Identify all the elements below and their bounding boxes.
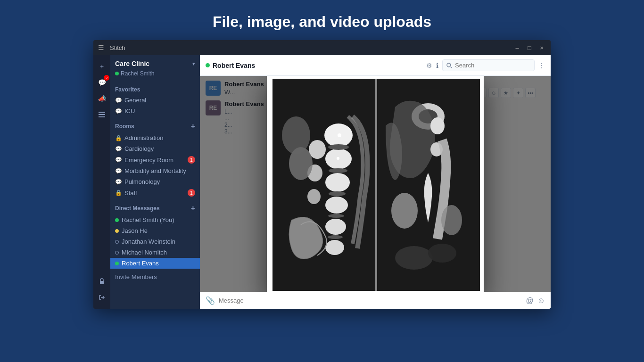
sidebar-item-pulmonology[interactable]: 💬 Pulmonology bbox=[110, 176, 200, 187]
image-overlay[interactable] bbox=[200, 76, 551, 292]
icu-channel-icon: 💬 bbox=[115, 108, 122, 115]
favorites-section[interactable]: Favorites bbox=[110, 81, 200, 95]
sidebar-item-administration[interactable]: 🔒 Administration bbox=[110, 132, 200, 143]
user-online-dot bbox=[115, 72, 119, 75]
dm-section[interactable]: Direct Messages + bbox=[110, 198, 200, 214]
messages-button[interactable]: 💬 bbox=[95, 76, 108, 89]
svg-point-32 bbox=[395, 246, 433, 270]
staff-label: Staff bbox=[124, 189, 185, 197]
svg-point-23 bbox=[338, 133, 341, 137]
sidebar-item-general[interactable]: 💬 General bbox=[110, 95, 200, 106]
chat-header-actions: ⚙ ℹ ⋮ bbox=[426, 59, 545, 71]
image-modal bbox=[267, 76, 484, 292]
maximize-button[interactable]: □ bbox=[525, 43, 534, 52]
emoji-icon[interactable]: ☺ bbox=[537, 296, 545, 305]
workspace-user: Rachel Smith bbox=[110, 70, 200, 81]
sidebar-item-icu[interactable]: 💬 ICU bbox=[110, 106, 200, 116]
icon-bar: + 💬 📣 bbox=[93, 55, 110, 309]
window-controls: – □ × bbox=[513, 43, 546, 52]
svg-point-11 bbox=[325, 219, 346, 235]
app-window: ☰ Stitch – □ × + 💬 📣 bbox=[93, 40, 551, 309]
svg-point-22 bbox=[282, 116, 310, 154]
svg-point-17 bbox=[328, 235, 343, 239]
dm-rachel[interactable]: Rachel Smith (You) bbox=[110, 214, 200, 225]
svg-point-24 bbox=[337, 157, 339, 160]
mention-icon[interactable]: @ bbox=[526, 296, 533, 305]
emergency-room-badge: 1 bbox=[188, 156, 195, 164]
rachel-status-dot bbox=[115, 218, 119, 222]
add-dm-button[interactable]: + bbox=[191, 204, 195, 213]
dm-jason-label: Jason He bbox=[122, 227, 148, 234]
svg-point-16 bbox=[328, 214, 344, 218]
more-options-icon[interactable]: ⋮ bbox=[538, 62, 545, 69]
hamburger-menu-icon[interactable]: ☰ bbox=[98, 44, 104, 51]
invite-members-button[interactable]: Invite Members bbox=[110, 269, 200, 286]
add-button[interactable]: + bbox=[95, 60, 108, 73]
workspace-header[interactable]: Care Clinic ▾ bbox=[110, 55, 200, 70]
svg-point-12 bbox=[325, 240, 344, 255]
staff-lock-icon: 🔒 bbox=[115, 189, 122, 196]
main-layout: + 💬 📣 bbox=[93, 55, 551, 309]
sidebar-item-staff[interactable]: 🔒 Staff 1 bbox=[110, 187, 200, 198]
add-room-button[interactable]: + bbox=[191, 122, 195, 131]
svg-point-13 bbox=[328, 144, 349, 150]
contact-online-indicator bbox=[206, 63, 210, 67]
chat-header: Robert Evans ⚙ ℹ ⋮ bbox=[200, 55, 551, 76]
robert-status-dot bbox=[115, 262, 119, 265]
sidebar-item-morbidity[interactable]: 💬 Morbidity and Mortality bbox=[110, 165, 200, 176]
svg-point-18 bbox=[309, 140, 326, 159]
workspace-username: Rachel Smith bbox=[121, 70, 154, 77]
administration-label: Administration bbox=[124, 134, 195, 141]
svg-point-20 bbox=[307, 189, 321, 204]
workspace-name: Care Clinic bbox=[115, 60, 192, 67]
announcements-button[interactable]: 📣 bbox=[95, 92, 108, 105]
logout-icon[interactable] bbox=[95, 291, 108, 304]
chat-contact-name: Robert Evans bbox=[206, 62, 426, 69]
svg-point-31 bbox=[441, 205, 462, 235]
morbidity-icon: 💬 bbox=[115, 168, 122, 174]
cardiology-icon: 💬 bbox=[115, 146, 122, 152]
pulmonology-label: Pulmonology bbox=[124, 178, 195, 185]
dm-michael-label: Michael Nomitch bbox=[122, 249, 167, 256]
jason-status-dot bbox=[115, 229, 119, 233]
dm-rachel-label: Rachel Smith (You) bbox=[122, 216, 174, 223]
sidebar: Care Clinic ▾ Rachel Smith Favorites 💬 G… bbox=[110, 55, 200, 309]
emergency-room-icon: 💬 bbox=[115, 156, 122, 163]
svg-rect-0 bbox=[99, 112, 105, 113]
rooms-label: Rooms bbox=[115, 123, 134, 130]
dm-robert[interactable]: Robert Evans bbox=[110, 258, 200, 269]
search-input[interactable] bbox=[455, 62, 530, 69]
svg-point-4 bbox=[447, 63, 451, 67]
attach-icon[interactable]: 📎 bbox=[206, 296, 215, 305]
sidebar-item-emergency-room[interactable]: 💬 Emergency Room 1 bbox=[110, 154, 200, 165]
staff-badge: 1 bbox=[188, 189, 195, 197]
svg-point-15 bbox=[329, 191, 346, 196]
rooms-section[interactable]: Rooms + bbox=[110, 116, 200, 132]
icu-label: ICU bbox=[124, 107, 195, 115]
general-label: General bbox=[124, 97, 195, 104]
title-bar: ☰ Stitch – □ × bbox=[93, 40, 551, 55]
info-icon[interactable]: ℹ bbox=[436, 62, 438, 69]
sidebar-item-cardiology[interactable]: 💬 Cardiology bbox=[110, 143, 200, 154]
general-channel-icon: 💬 bbox=[115, 97, 122, 104]
pulmonology-icon: 💬 bbox=[115, 179, 122, 185]
close-button[interactable]: × bbox=[537, 43, 546, 52]
svg-rect-1 bbox=[99, 114, 105, 115]
app-name: Stitch bbox=[110, 44, 513, 51]
svg-point-28 bbox=[430, 117, 445, 134]
list-button[interactable] bbox=[95, 108, 108, 121]
michael-status-dot bbox=[115, 251, 119, 255]
dm-michael[interactable]: Michael Nomitch bbox=[110, 247, 200, 258]
minimize-button[interactable]: – bbox=[513, 43, 521, 52]
settings-icon[interactable]: ⚙ bbox=[426, 62, 432, 69]
svg-point-10 bbox=[325, 197, 348, 214]
ct-scan-image bbox=[272, 79, 480, 291]
dm-jonathan[interactable]: Jonathan Weinstein bbox=[110, 236, 200, 247]
dm-jonathan-label: Jonathan Weinstein bbox=[122, 238, 175, 245]
message-input[interactable] bbox=[219, 297, 522, 304]
morbidity-label: Morbidity and Mortality bbox=[124, 167, 195, 174]
dm-jason[interactable]: Jason He bbox=[110, 225, 200, 236]
svg-point-9 bbox=[325, 173, 350, 192]
jonathan-status-dot bbox=[115, 240, 119, 244]
lock-icon bbox=[95, 275, 108, 288]
